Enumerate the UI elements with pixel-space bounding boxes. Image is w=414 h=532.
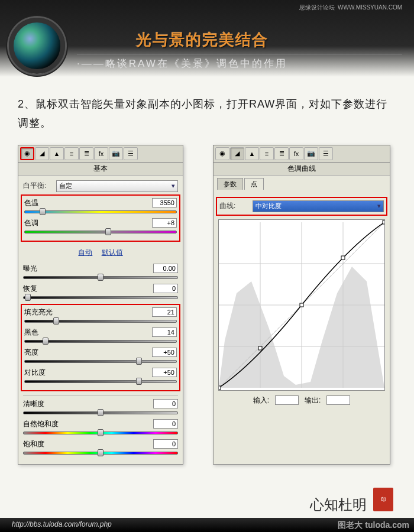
slider-label: 恢复 <box>23 284 37 294</box>
slider-label: 清晰度 <box>23 399 44 409</box>
slider-label: 色温 <box>24 198 38 208</box>
curves-tab-icon[interactable]: ◢ <box>230 147 244 160</box>
camera-tab-icon[interactable]: 📷 <box>304 147 318 160</box>
curve-label: 曲线: <box>219 201 249 211</box>
slider-value[interactable]: 21 <box>152 307 177 317</box>
slider-track[interactable] <box>23 296 178 300</box>
slider-track[interactable] <box>23 451 178 456</box>
slider-thumb[interactable] <box>40 208 46 215</box>
auto-link[interactable]: 自动 <box>78 248 92 257</box>
slider-value[interactable]: 3550 <box>152 198 177 207</box>
slider-thumb[interactable] <box>53 317 59 325</box>
slider-value[interactable]: 0 <box>153 284 178 293</box>
slider-label: 曝光 <box>23 264 37 274</box>
camera-lens-graphic <box>9 18 65 74</box>
wb-label: 白平衡: <box>23 181 53 191</box>
slider-track[interactable] <box>23 411 178 416</box>
basic-tab-icon[interactable]: ◉ <box>215 147 229 160</box>
exposure-group: 曝光 0.00 恢复 0 <box>23 264 178 300</box>
slider-value[interactable]: 0 <box>153 419 178 429</box>
slider-thumb[interactable] <box>98 274 104 281</box>
site-info: 思缘设计论坛 WWW.MISSYUAN.COM <box>299 4 402 12</box>
wb-dropdown[interactable]: 自定 <box>56 180 178 192</box>
red-seal-stamp: 印 <box>373 488 393 511</box>
panel-title: 基本 <box>18 163 183 176</box>
params-tab[interactable]: 参数 <box>217 178 243 190</box>
svg-rect-11 <box>383 220 384 224</box>
svg-rect-10 <box>341 256 345 259</box>
slider-label: 填充亮光 <box>24 307 53 317</box>
fill-blacks-group: 填充亮光 21 黑色 14 亮度 +50 对比度 +50 <box>21 304 180 391</box>
detail-tab-icon[interactable]: ▲ <box>245 147 259 160</box>
curves-tab-icon[interactable]: ◢ <box>35 147 49 160</box>
camera-tab-icon[interactable]: 📷 <box>109 147 123 160</box>
slider-track[interactable] <box>24 359 177 364</box>
article-subtitle: ·——略谈RAW在《美景》调色中的作用 <box>77 54 402 70</box>
split-tab-icon[interactable]: ≣ <box>274 147 289 160</box>
split-tab-icon[interactable]: ≣ <box>79 147 93 160</box>
slider-thumb[interactable] <box>105 228 111 235</box>
detail-tab-icon[interactable]: ▲ <box>50 147 64 160</box>
page-header: 思缘设计论坛 WWW.MISSYUAN.COM 光与景的完美结合 ·——略谈RA… <box>0 0 414 77</box>
slider-thumb[interactable] <box>98 429 104 436</box>
slider-track[interactable] <box>23 431 178 436</box>
slider-thumb[interactable] <box>98 449 104 456</box>
basic-adjustments-panel: ◉ ◢ ▲ ≡ ≣ fx 📷 ☰ 基本 白平衡: 自定 色温 3550 色调 +… <box>18 145 183 465</box>
curve-input-value[interactable] <box>275 395 299 405</box>
hsl-tab-icon[interactable]: ≡ <box>260 147 274 160</box>
slider-label: 色调 <box>24 218 38 228</box>
output-label: 输出: <box>305 395 321 406</box>
slider-value[interactable]: 0.00 <box>153 264 178 273</box>
slider-value[interactable]: +50 <box>152 368 177 377</box>
slider-value[interactable]: 0 <box>153 439 178 449</box>
panel-toolbar: ◉ ◢ ▲ ≡ ≣ fx 📷 ☰ <box>18 145 183 163</box>
slider-track[interactable] <box>24 339 177 344</box>
slider-thumb[interactable] <box>43 338 48 345</box>
slider-value[interactable]: 0 <box>153 399 178 408</box>
slider-label: 对比度 <box>24 368 46 378</box>
panel-toolbar: ◉ ◢ ▲ ≡ ≣ fx 📷 ☰ <box>214 145 390 163</box>
slider-label: 自然饱和度 <box>23 419 59 429</box>
svg-rect-9 <box>300 303 303 307</box>
tone-curve-panel: ◉ ◢ ▲ ≡ ≣ fx 📷 ☰ 色调曲线 参数 点 曲线: 中对比度 <box>213 145 390 465</box>
default-link[interactable]: 默认值 <box>102 248 123 257</box>
temp-tint-group: 色温 3550 色调 +8 <box>21 194 180 242</box>
watermark: 图老大 tuloda.com <box>338 520 409 531</box>
slider-thumb[interactable] <box>98 409 104 416</box>
slider-track[interactable] <box>24 230 177 235</box>
fx-tab-icon[interactable]: fx <box>289 147 303 160</box>
svg-rect-8 <box>258 346 262 350</box>
curve-panel-title: 色调曲线 <box>214 163 390 176</box>
fx-tab-icon[interactable]: fx <box>94 147 108 160</box>
presets-tab-icon[interactable]: ☰ <box>319 147 333 160</box>
article-title: 光与景的完美结合 <box>136 30 402 50</box>
svg-rect-7 <box>219 386 221 390</box>
step-instruction: 2、鼠标双击智能矢量对象副本的小图标，打开RAW界面，对如下参数进行调整。 <box>0 77 414 145</box>
basic-tab-icon[interactable]: ◉ <box>20 147 34 160</box>
curve-editor[interactable] <box>218 219 385 391</box>
slider-label: 亮度 <box>24 348 38 358</box>
slider-thumb[interactable] <box>136 358 142 365</box>
presets-tab-icon[interactable]: ☰ <box>124 147 138 160</box>
slider-track[interactable] <box>23 275 178 280</box>
curve-preset-dropdown[interactable]: 中对比度 <box>253 200 384 212</box>
slider-thumb[interactable] <box>136 378 142 385</box>
input-label: 输入: <box>253 395 269 406</box>
points-tab[interactable]: 点 <box>244 178 264 190</box>
artist-signature: 心知杜明 <box>310 495 367 514</box>
curve-output-value[interactable] <box>326 395 350 405</box>
slider-label: 饱和度 <box>23 439 44 449</box>
slider-value[interactable]: +8 <box>152 218 177 228</box>
slider-track[interactable] <box>24 319 177 324</box>
slider-track[interactable] <box>24 379 177 384</box>
slider-thumb[interactable] <box>25 294 31 301</box>
clarity-sat-group: 清晰度 0 自然饱和度 0 饱和度 0 <box>23 399 178 456</box>
slider-value[interactable]: +50 <box>152 348 177 357</box>
slider-label: 黑色 <box>24 327 38 338</box>
slider-value[interactable]: 14 <box>152 327 177 337</box>
hsl-tab-icon[interactable]: ≡ <box>64 147 79 160</box>
slider-track[interactable] <box>24 210 177 215</box>
